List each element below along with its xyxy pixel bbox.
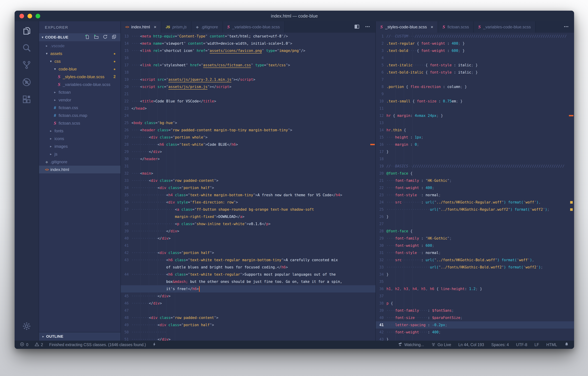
- bell-icon: [564, 342, 569, 348]
- status-watching[interactable]: Watching...: [398, 342, 424, 348]
- tree-item-code-blue[interactable]: ▾code-blue●: [39, 65, 120, 73]
- status-indentation[interactable]: Spaces: 4: [491, 343, 509, 347]
- workbench: EXPLORER ▾ CODE-BLUE ▸.vscode▾assets●▾cs…: [15, 21, 574, 341]
- search-icon[interactable]: [18, 39, 35, 56]
- line-number: 19: [121, 76, 129, 83]
- close-icon[interactable]: ×: [154, 24, 156, 30]
- code-line: 27········<div class="portion whole">: [121, 134, 376, 141]
- editor-left[interactable]: 13····<meta http-equiv="Content-Type" co…: [121, 33, 376, 341]
- tree-item-css[interactable]: ▾css●: [39, 57, 120, 65]
- tab-label: prism.js: [172, 25, 187, 29]
- css-icon: #: [52, 105, 58, 110]
- lightning-icon: [152, 342, 157, 348]
- section-header-code-blue[interactable]: ▾ CODE-BLUE: [39, 33, 120, 41]
- line-number: 30: [376, 242, 384, 249]
- line-number: 6: [376, 69, 384, 76]
- code-line: 19//··BASICS··//////////////////////////…: [376, 163, 574, 170]
- tree-item-variables-code-blue-scss[interactable]: S_variables-code-blue.scss: [39, 81, 120, 88]
- refresh-icon[interactable]: [103, 34, 108, 40]
- tab-gitignore[interactable]: ◆.gitignore: [191, 21, 223, 33]
- tab-styles-code-blue-scss[interactable]: S_styles-code-blue.scss×: [376, 21, 438, 33]
- code-line: 4: [376, 54, 574, 62]
- line-number: 33: [121, 177, 129, 184]
- tree-item-fictoan-scss[interactable]: Sfictoan.scss: [39, 119, 120, 127]
- line-number: 21: [121, 90, 129, 98]
- status-message[interactable]: Finished extracting CSS classes. (1646 c…: [49, 343, 146, 347]
- tree-item-styles-code-blue-scss[interactable]: S_styles-code-blue.scss2: [39, 73, 120, 81]
- tree-item-index-html[interactable]: <>index.html: [39, 166, 120, 173]
- close-icon[interactable]: ×: [430, 24, 433, 30]
- line-number: 13: [376, 119, 384, 126]
- code-line: 28@font-face {: [376, 228, 574, 235]
- tree-item-fictoan-css-map[interactable]: #fictoan.css.map: [39, 112, 120, 119]
- tree-item-fictoan[interactable]: ▸fictoan: [39, 88, 120, 96]
- tree-item-icons[interactable]: ▸icons: [39, 135, 120, 142]
- explorer-icon[interactable]: [18, 22, 35, 39]
- close-window-button[interactable]: [20, 14, 24, 18]
- line-number: 16: [121, 54, 129, 62]
- new-folder-icon[interactable]: [94, 34, 99, 40]
- line-number: 22: [376, 184, 384, 191]
- more-actions-icon[interactable]: [365, 24, 370, 30]
- tree-item-label: _styles-code-blue.scss: [63, 74, 105, 79]
- code-line: 13····<meta http-equiv="Content-Type" co…: [121, 33, 376, 40]
- line-number: 43: [121, 256, 129, 264]
- tab-variables-code-blue-scss[interactable]: S_variables-code-blue.scss: [474, 21, 536, 33]
- tree-item-vscode[interactable]: ▸.vscode: [39, 42, 120, 50]
- status-cursor-position[interactable]: Ln 44, Col 193: [458, 343, 484, 347]
- tree-item-vendor[interactable]: ▸vendor: [39, 96, 120, 104]
- settings-icon[interactable]: [18, 318, 35, 335]
- tree-item-gitignore[interactable]: ◆.gitignore: [39, 158, 120, 166]
- debug-icon[interactable]: [18, 73, 35, 91]
- line-number: 16: [376, 141, 384, 148]
- js-icon: JS: [166, 25, 170, 29]
- code-line: 2.text-regular { font-weight : 400; }: [376, 40, 574, 47]
- tab-index-html[interactable]: <>index.html×: [121, 21, 161, 33]
- tree-item-label: assets: [50, 51, 62, 56]
- tree-item-fictoan-css[interactable]: #fictoan.css: [39, 104, 120, 112]
- status-notifications[interactable]: [564, 342, 569, 348]
- source-control-icon[interactable]: [18, 56, 35, 73]
- editor-right[interactable]: 1//··CUSTOM···//////////////////////////…: [376, 33, 574, 341]
- status-eol[interactable]: LF: [535, 343, 539, 347]
- tree-item-images[interactable]: ▸images: [39, 142, 120, 150]
- code-line: 39················</div>: [121, 228, 376, 235]
- line-number: 34: [376, 271, 384, 278]
- tab-prism-js[interactable]: JSprism.js: [161, 21, 191, 33]
- tree-item-label: .gitignore: [50, 159, 67, 164]
- status-encoding[interactable]: UTF-8: [516, 343, 527, 347]
- code-line: 35················<h4 class="text-white …: [121, 191, 376, 199]
- tree-item-label: images: [54, 144, 68, 149]
- line-number: 24: [376, 199, 384, 206]
- collapse-all-icon[interactable]: [112, 34, 117, 40]
- line-number: 31: [121, 163, 129, 170]
- code-line: 39····font-family····: $fontSans;: [376, 307, 574, 314]
- line-number: 27: [376, 220, 384, 228]
- chevron-down-icon: ▾: [44, 52, 49, 55]
- status-label: 0: [26, 343, 28, 347]
- line-number: 20: [376, 170, 384, 177]
- zoom-window-button[interactable]: [36, 14, 40, 18]
- more-actions-icon[interactable]: [563, 24, 569, 30]
- minimize-window-button[interactable]: [28, 14, 32, 18]
- outline-section-header[interactable]: ▸ OUTLINE: [39, 332, 120, 341]
- status-language-mode[interactable]: HTML: [546, 343, 557, 347]
- tree-item-js[interactable]: ▸js: [39, 150, 120, 158]
- line-number: 14: [121, 40, 129, 47]
- tab-fictoan-scss[interactable]: Sfictoan.scss: [438, 21, 474, 33]
- tree-item-assets[interactable]: ▾assets●: [39, 50, 120, 57]
- problems-count-badge: 2: [113, 74, 116, 79]
- tab-variables-code-blue-scss[interactable]: S_variables-code-blue.scss: [223, 21, 285, 33]
- status-go-live[interactable]: Go Live: [431, 342, 451, 348]
- line-number: 1: [376, 33, 384, 40]
- status-lightning[interactable]: [152, 342, 157, 348]
- new-file-icon[interactable]: [85, 34, 90, 40]
- extensions-icon[interactable]: [18, 91, 35, 108]
- status-warnings[interactable]: 2: [34, 342, 43, 348]
- overview-ruler-marker: [370, 144, 375, 145]
- title-bar: index.html — code-blue: [15, 11, 574, 21]
- split-editor-icon[interactable]: [354, 24, 360, 30]
- tree-item-fonts[interactable]: ▸fonts: [39, 127, 120, 135]
- line-number: 36: [121, 199, 129, 206]
- status-errors[interactable]: 0: [20, 342, 28, 348]
